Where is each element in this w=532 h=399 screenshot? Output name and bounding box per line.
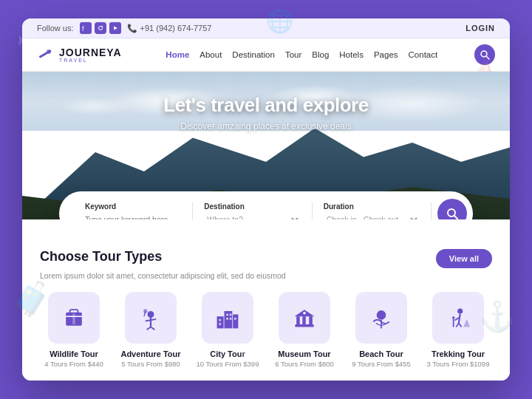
nav-home[interactable]: Home	[166, 50, 189, 59]
hero-subtitle: Discover amzaing places at exclusive dea…	[180, 121, 351, 132]
search-icon	[480, 50, 490, 60]
search-bar: Keyword Destination Where to? Duration C…	[59, 191, 473, 219]
top-bar-left: Follow us: f 📞 +91 (942) 674-7757	[37, 22, 211, 34]
svg-rect-32	[296, 316, 300, 324]
city-icon	[214, 304, 241, 331]
museum-icon-box	[279, 292, 330, 344]
website-frame: Follow us: f 📞 +91 (942) 674-7757 LOGIN	[22, 18, 510, 381]
svg-marker-3	[114, 27, 117, 30]
top-bar: Follow us: f 📞 +91 (942) 674-7757 LOGIN	[22, 18, 510, 38]
adventure-icon	[137, 304, 164, 331]
svg-rect-28	[226, 318, 228, 320]
museum-icon	[291, 304, 318, 331]
svg-point-39	[457, 308, 463, 313]
tour-card-beach[interactable]: Beach Tour 9 Tours From $455	[347, 292, 415, 368]
destination-field: Destination Where to?	[193, 202, 312, 220]
section-title: Choose Tour Types	[40, 249, 162, 265]
city-info: 10 Tours From $399	[197, 360, 259, 368]
section-subtitle: Lorem ipsum dolor sit amet, consectetur …	[40, 271, 492, 280]
trekking-icon	[445, 304, 471, 331]
nav-links: Home About Destination Tour Blog Hotels …	[144, 50, 460, 59]
logo: JOURNEYA TRAVEL	[37, 46, 122, 64]
keyword-label: Keyword	[85, 202, 181, 211]
svg-point-37	[377, 310, 386, 320]
nav-blog[interactable]: Blog	[312, 50, 329, 59]
city-name: City Tour	[210, 349, 245, 358]
svg-rect-23	[233, 315, 238, 329]
youtube-icon[interactable]	[109, 22, 121, 34]
search-submit-button[interactable]	[437, 199, 467, 219]
search-submit-icon	[446, 207, 459, 219]
svg-rect-13	[72, 314, 75, 324]
follow-label: Follow us:	[37, 24, 74, 33]
svg-rect-22	[225, 311, 233, 328]
wildlife-name: Wildlife Tour	[50, 349, 98, 358]
svg-rect-33	[302, 316, 306, 324]
beach-name: Beach Tour	[359, 349, 403, 358]
trekking-name: Trekking Tour	[432, 349, 485, 358]
city-icon-box	[202, 292, 253, 344]
facebook-icon[interactable]: f	[80, 22, 92, 34]
nav-pages[interactable]: Pages	[374, 50, 398, 59]
tour-card-city[interactable]: City Tour 10 Tours From $399	[194, 292, 262, 368]
logo-sub-text: TRAVEL	[59, 58, 122, 63]
svg-line-41	[455, 318, 459, 321]
svg-line-43	[459, 323, 462, 327]
tour-types-header: Choose Tour Types View all	[40, 249, 492, 268]
login-button[interactable]: LOGIN	[466, 24, 495, 33]
phone-icon: 📞	[127, 24, 137, 33]
museum-info: 6 Tours From $800	[275, 360, 334, 368]
svg-line-18	[151, 327, 154, 330]
tour-card-trekking[interactable]: Trekking Tour 3 Tours From $1099	[424, 292, 492, 368]
wildlife-icon-box	[48, 292, 100, 344]
wildlife-icon	[61, 304, 87, 331]
adventure-icon-box	[125, 292, 177, 344]
wildlife-info: 4 Tours From $440	[44, 360, 103, 368]
nav-hotels[interactable]: Hotels	[339, 50, 364, 59]
svg-point-14	[148, 311, 154, 318]
logo-main-text: JOURNEYA	[59, 47, 122, 58]
tour-card-museum[interactable]: Museum Tour 6 Tours From $800	[270, 292, 338, 368]
beach-icon-box	[355, 292, 407, 344]
svg-point-36	[303, 312, 306, 315]
hero-section: Let's travel and explore Discover amzain…	[22, 72, 510, 219]
tour-card-adventure[interactable]: Adventure Tour 5 Tours From $980	[117, 292, 185, 368]
duration-field: Duration Check in - Check out	[313, 202, 432, 220]
adventure-info: 5 Tours From $980	[121, 360, 180, 368]
svg-rect-21	[217, 316, 224, 328]
nav-search-button[interactable]	[474, 44, 495, 65]
trekking-info: 3 Tours From $1099	[427, 360, 490, 368]
svg-rect-31	[295, 324, 313, 327]
svg-point-1	[98, 27, 102, 30]
svg-rect-26	[226, 314, 228, 316]
nav-destination[interactable]: Destination	[232, 50, 275, 59]
hero-title: Let's travel and explore	[163, 94, 368, 117]
adventure-name: Adventure Tour	[120, 349, 180, 358]
svg-line-17	[147, 327, 151, 330]
svg-rect-24	[219, 319, 221, 321]
nav-contact[interactable]: Contact	[409, 50, 438, 59]
museum-name: Museum Tour	[278, 349, 330, 358]
svg-point-6	[481, 51, 487, 57]
svg-rect-30	[234, 318, 236, 320]
duration-label: Duration	[324, 202, 420, 211]
trekking-icon-box	[432, 292, 484, 344]
svg-rect-29	[230, 318, 232, 320]
keyword-input[interactable]	[85, 215, 181, 220]
svg-line-9	[454, 216, 457, 219]
destination-select[interactable]: Where to?	[204, 214, 300, 220]
navbar: JOURNEYA TRAVEL Home About Destination T…	[22, 38, 510, 72]
tour-grid: Wildlife Tour 4 Tours From $440	[40, 292, 492, 368]
nav-tour[interactable]: Tour	[285, 50, 301, 59]
view-all-button[interactable]: View all	[436, 249, 492, 268]
social-icons: f	[80, 22, 121, 34]
tour-card-wildlife[interactable]: Wildlife Tour 4 Tours From $440	[40, 292, 108, 368]
nav-about[interactable]: About	[200, 50, 222, 59]
svg-rect-27	[230, 314, 232, 316]
instagram-icon[interactable]	[95, 22, 106, 34]
svg-line-7	[487, 57, 490, 60]
duration-select[interactable]: Check in - Check out	[324, 214, 420, 220]
svg-point-2	[101, 26, 103, 27]
svg-rect-11	[70, 310, 78, 313]
phone-info: 📞 +91 (942) 674-7757	[127, 24, 212, 33]
